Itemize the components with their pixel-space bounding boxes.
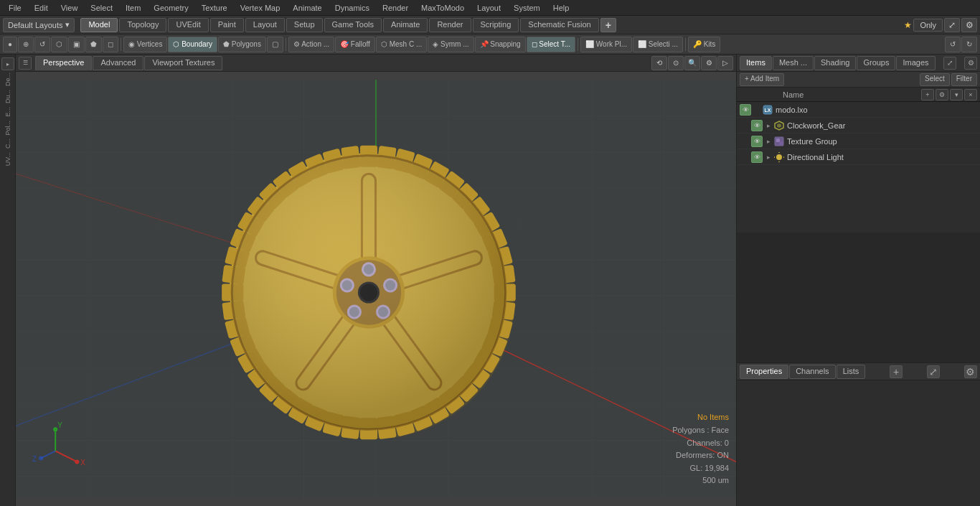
tab-schematic-fusion[interactable]: Schematic Fusion	[520, 18, 598, 32]
vp-tab-viewport-textures[interactable]: Viewport Textures	[144, 56, 222, 70]
tab-topology[interactable]: Topology	[119, 18, 166, 32]
tree-item-modo-lxo[interactable]: 👁 LX modo.lxo	[737, 102, 980, 118]
menu-dynamics[interactable]: Dynamics	[329, 2, 375, 14]
vp-icon2[interactable]: ⊙	[668, 56, 684, 70]
vp-icon3[interactable]: 🔍	[684, 56, 700, 70]
vertices-mode-btn[interactable]: ◉ Vertices	[123, 37, 167, 52]
sep1	[121, 38, 121, 51]
props-tab-properties[interactable]: Properties	[740, 365, 788, 379]
rp-settings-icon[interactable]: ⚙	[964, 57, 977, 70]
toggle-3[interactable]: ▸	[764, 153, 773, 161]
tb2-dot[interactable]: ●	[3, 37, 17, 52]
tb2-origin[interactable]: ⊕	[18, 37, 34, 52]
properties-panel: Properties Channels Lists + ⤢ ⚙	[737, 362, 980, 506]
tab-setup[interactable]: Setup	[286, 18, 323, 32]
menu-help[interactable]: Help	[547, 2, 575, 14]
layout-dropdown[interactable]: Default Layouts ▾	[3, 18, 75, 32]
props-settings-btn[interactable]: ⚙	[964, 365, 977, 378]
expand-icon[interactable]: ⤢	[944, 18, 960, 32]
vis-btn-2[interactable]: 👁	[751, 136, 763, 147]
rp-tab-groups[interactable]: Groups	[857, 56, 895, 70]
boundary-mode-btn[interactable]: ⬡ Boundary	[168, 37, 217, 52]
settings-icon[interactable]: ⚙	[961, 18, 977, 32]
col-filter-btn[interactable]: ▾	[950, 89, 963, 100]
menu-item[interactable]: Item	[120, 2, 146, 14]
mesh-constraint-btn[interactable]: ⬡ Mesh C ...	[376, 37, 427, 52]
toggle-2[interactable]: ▸	[764, 137, 773, 146]
selection-btn[interactable]: ⬜ Selecti ...	[633, 37, 683, 52]
rp-tab-shading[interactable]: Shading	[814, 56, 856, 70]
select-tool-btn[interactable]: ◻ Select T...	[527, 37, 576, 52]
falloff-btn[interactable]: 🎯 Falloff	[335, 37, 375, 52]
tab-uvedit[interactable]: UVEdit	[168, 18, 208, 32]
undo-btn[interactable]: ↺	[945, 37, 961, 52]
add-item-btn[interactable]: + Add Item	[740, 73, 784, 86]
props-tab-channels[interactable]: Channels	[789, 365, 835, 379]
vp-tab-perspective[interactable]: Perspective	[35, 56, 92, 70]
svg-rect-117	[779, 141, 783, 145]
symmetry-btn[interactable]: ◈ Symm ...	[428, 37, 473, 52]
tb2-sq4[interactable]: ▢	[267, 37, 283, 52]
menu-system[interactable]: System	[508, 2, 546, 14]
tree-item-dir-light[interactable]: 👁 ▸ Directional Light	[737, 149, 980, 165]
menu-geometry[interactable]: Geometry	[148, 2, 194, 14]
redo-btn[interactable]: ↻	[961, 37, 977, 52]
props-tabs: Properties Channels Lists + ⤢ ⚙	[737, 363, 980, 380]
viewport-canvas[interactable]: X Y Z No Items Polygons : Face Channels:…	[16, 72, 736, 506]
menu-maxtomodo[interactable]: MaxToModo	[415, 2, 470, 14]
vis-btn-3[interactable]: 👁	[751, 151, 763, 163]
rp-tab-mesh[interactable]: Mesh ...	[773, 56, 814, 70]
tb2-sq1[interactable]: ▣	[68, 37, 85, 52]
tab-animate[interactable]: Animate	[383, 18, 428, 32]
tab-render[interactable]: Render	[429, 18, 471, 32]
vis-btn-1[interactable]: 👁	[751, 120, 763, 131]
tab-scripting[interactable]: Scripting	[473, 18, 519, 32]
tb2-sq2[interactable]: ⬟	[85, 37, 102, 52]
tb2-hex[interactable]: ⬡	[51, 37, 67, 52]
tab-layout[interactable]: Layout	[245, 18, 285, 32]
menu-file[interactable]: File	[3, 2, 27, 14]
select-filter-btn[interactable]: Select	[920, 73, 950, 86]
vp-tab-advanced[interactable]: Advanced	[93, 56, 143, 70]
tab-gametools[interactable]: Game Tools	[324, 18, 382, 32]
vp-icon4[interactable]: ⚙	[701, 56, 717, 70]
kits-btn[interactable]: 🔑 Kits	[688, 37, 720, 52]
tab-model[interactable]: Model	[80, 18, 118, 32]
col-settings-btn[interactable]: ⚙	[936, 89, 948, 100]
toggle-1[interactable]: ▸	[764, 121, 773, 130]
menu-view[interactable]: View	[55, 2, 84, 14]
only-button[interactable]: Only	[913, 19, 943, 32]
vp-icon5[interactable]: ▷	[717, 56, 733, 70]
svg-point-107	[39, 456, 43, 460]
add-tab-button[interactable]: +	[600, 18, 616, 32]
tab-paint[interactable]: Paint	[210, 18, 244, 32]
tb2-rotate[interactable]: ↺	[34, 37, 50, 52]
menu-texture[interactable]: Texture	[196, 2, 233, 14]
menu-render[interactable]: Render	[377, 2, 414, 14]
snapping-btn[interactable]: 📌 Snapping	[475, 37, 526, 52]
props-add-btn[interactable]: +	[890, 365, 903, 378]
rp-tab-images[interactable]: Images	[896, 56, 935, 70]
menu-vertex-map[interactable]: Vertex Map	[235, 2, 286, 14]
menu-edit[interactable]: Edit	[29, 2, 54, 14]
work-plane-btn[interactable]: ⬜ Work Pl...	[580, 37, 632, 52]
filter-btn[interactable]: Filter	[951, 73, 977, 86]
viewport-toggle[interactable]: ☰	[19, 57, 32, 70]
props-expand-btn[interactable]: ⤢	[927, 365, 940, 378]
sidebar-toggle[interactable]: ▸	[1, 57, 14, 70]
menu-select[interactable]: Select	[85, 2, 118, 14]
menu-layout[interactable]: Layout	[471, 2, 507, 14]
polygons-mode-btn[interactable]: ⬟ Polygons	[218, 37, 266, 52]
tb2-sq3[interactable]: ◻	[103, 37, 118, 52]
col-add-btn[interactable]: +	[921, 89, 934, 100]
action-btn[interactable]: ⚙ Action ...	[288, 37, 334, 52]
vp-icon1[interactable]: ⟲	[651, 56, 667, 70]
col-close-btn[interactable]: ×	[964, 89, 977, 100]
rp-expand-icon[interactable]: ⤢	[943, 57, 956, 70]
props-tab-lists[interactable]: Lists	[837, 365, 866, 379]
tree-item-gear[interactable]: 👁 ▸ Clockwork_Gear	[737, 118, 980, 133]
rp-tab-items[interactable]: Items	[740, 56, 772, 70]
vis-btn-0[interactable]: 👁	[740, 104, 751, 116]
tree-item-texture-group[interactable]: 👁 ▸ Texture Group	[737, 133, 980, 149]
menu-animate[interactable]: Animate	[287, 2, 327, 14]
